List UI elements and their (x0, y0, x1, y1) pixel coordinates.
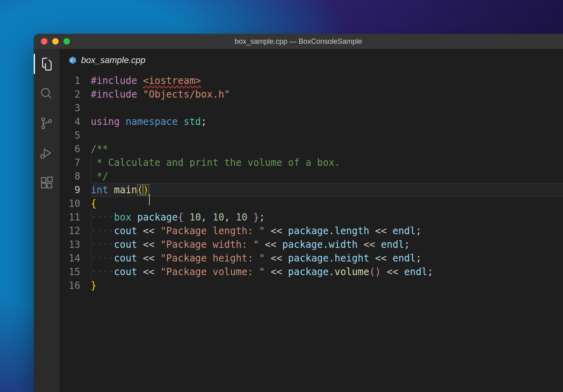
line-number[interactable]: 2 (59, 88, 91, 101)
code-content[interactable]: ····cout << "Package height: " << packag… (91, 251, 563, 265)
token-method: volume (335, 266, 369, 278)
token-brace2: } (253, 212, 259, 223)
token-string: "Package volume: " (160, 266, 265, 278)
token-ws: · (91, 253, 96, 264)
token-ident: endl (392, 225, 416, 237)
extensions-icon[interactable] (34, 176, 59, 190)
code-content[interactable]: ····cout << "Package width: " << package… (91, 238, 563, 251)
line-number[interactable]: 9 (59, 183, 91, 197)
token-ws (184, 212, 189, 223)
indent-guide (91, 238, 91, 251)
window-controls (34, 38, 70, 45)
svg-line-9 (40, 157, 41, 158)
line-number[interactable]: 4 (59, 115, 91, 129)
token-punct: . (323, 239, 328, 250)
code-line[interactable]: 16} (59, 279, 563, 292)
token-ws (369, 253, 375, 264)
svg-point-6 (41, 155, 45, 158)
code-content[interactable]: int main() (91, 183, 563, 197)
scm-icon[interactable] (34, 116, 59, 130)
token-keyword2: namespace (126, 116, 178, 127)
code-content[interactable]: { (91, 197, 563, 210)
line-number[interactable]: 3 (59, 101, 91, 115)
code-content[interactable]: /** (91, 142, 563, 156)
code-line[interactable]: 2#include "Objects/box.h" (59, 88, 563, 101)
token-ws (102, 157, 108, 168)
token-brace: ) (143, 184, 149, 196)
token-brace: } (91, 280, 96, 291)
line-number[interactable]: 15 (59, 265, 91, 279)
token-ident: width (328, 239, 357, 250)
code-content[interactable]: ····cout << "Package length: " << packag… (91, 224, 563, 238)
code-content[interactable]: ····box package{ 10, 10, 10 }; (91, 210, 563, 224)
line-number[interactable]: 7 (59, 156, 91, 169)
zoom-icon[interactable] (63, 38, 70, 45)
code-line[interactable]: 10{ (59, 197, 563, 210)
line-number[interactable]: 10 (59, 197, 91, 210)
svg-point-0 (41, 88, 49, 96)
svg-line-8 (40, 155, 41, 155)
token-ws (137, 266, 143, 278)
code-line[interactable]: 12····cout << "Package length: " << pack… (59, 224, 563, 238)
token-punct: ; (201, 116, 207, 127)
code-editor[interactable]: 1#include <iostream>2#include "Objects/b… (59, 71, 563, 392)
code-content[interactable]: #include "Objects/box.h" (91, 88, 563, 101)
token-punct: ; (427, 266, 433, 278)
code-line[interactable]: 4using namespace std; (59, 115, 563, 129)
editor-area: C⁺ box_sample.cpp 1#include <iostream>2#… (59, 49, 563, 392)
code-line[interactable]: 7 * Calculate and print the volume of a … (59, 156, 563, 169)
explorer-icon[interactable] (34, 57, 59, 71)
token-ws (155, 253, 160, 264)
code-content[interactable] (91, 101, 563, 115)
token-comment: * (96, 157, 102, 168)
tab-label[interactable]: box_sample.cpp (81, 55, 145, 65)
code-line[interactable]: 5 (59, 129, 563, 142)
code-line[interactable]: 6/** (59, 142, 563, 156)
code-line[interactable]: 9int main() (59, 183, 563, 197)
line-number[interactable]: 6 (59, 142, 91, 156)
line-number[interactable]: 8 (59, 169, 91, 183)
code-line[interactable]: 14····cout << "Package height: " << pack… (59, 251, 563, 265)
token-ws (155, 266, 160, 278)
token-ws (265, 253, 271, 264)
token-ws (178, 116, 184, 127)
token-ws (218, 157, 224, 168)
line-number[interactable]: 14 (59, 251, 91, 265)
token-ws (91, 157, 96, 168)
code-line[interactable]: 11····box package{ 10, 10, 10 }; (59, 210, 563, 224)
code-line[interactable]: 13····cout << "Package width: " << packa… (59, 238, 563, 251)
token-ws (381, 266, 387, 278)
token-ident: cout (114, 266, 137, 278)
indent-guide (91, 265, 91, 279)
token-punct: << (143, 239, 155, 250)
token-ident: cout (114, 225, 137, 237)
code-content[interactable]: * Calculate and print the volume of a bo… (91, 156, 563, 169)
line-number[interactable]: 5 (59, 129, 91, 142)
line-number[interactable]: 1 (59, 74, 91, 88)
run-debug-icon[interactable] (34, 146, 59, 160)
code-line[interactable]: 8 */ (59, 169, 563, 183)
code-line[interactable]: 3 (59, 101, 563, 115)
code-content[interactable]: */ (91, 169, 563, 183)
minimize-icon[interactable] (52, 38, 59, 45)
line-number[interactable]: 12 (59, 224, 91, 238)
code-content[interactable]: } (91, 279, 563, 292)
line-number[interactable]: 11 (59, 210, 91, 224)
code-content[interactable]: using namespace std; (91, 115, 563, 129)
indent-guide (91, 156, 91, 169)
search-icon[interactable] (34, 87, 59, 100)
titlebar[interactable]: box_sample.cpp — BoxConsoleSample (34, 34, 563, 49)
code-content[interactable]: ····cout << "Package volume: " << packag… (91, 265, 563, 279)
line-number[interactable]: 13 (59, 238, 91, 251)
close-icon[interactable] (41, 38, 47, 45)
code-line[interactable]: 1#include <iostream> (59, 74, 563, 88)
indent-guide (91, 169, 91, 183)
token-ws (155, 239, 160, 250)
code-content[interactable]: #include <iostream> (91, 74, 563, 88)
token-punct: << (143, 225, 155, 237)
line-number[interactable]: 16 (59, 279, 91, 292)
token-ws (108, 184, 114, 196)
svg-point-4 (49, 120, 51, 122)
code-content[interactable] (91, 129, 563, 142)
code-line[interactable]: 15····cout << "Package volume: " << pack… (59, 265, 563, 279)
